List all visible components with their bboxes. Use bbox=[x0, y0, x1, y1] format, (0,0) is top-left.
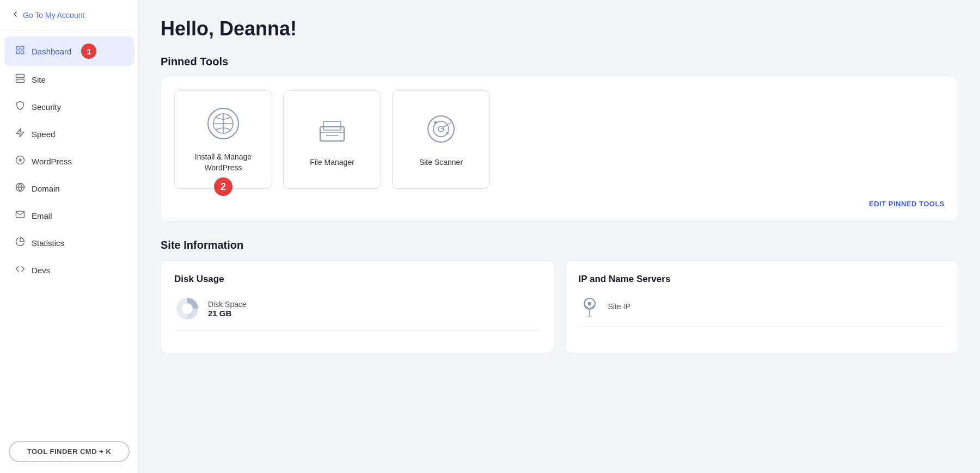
svg-point-25 bbox=[182, 303, 193, 314]
disk-usage-card: Disk Usage Disk Space 21 GB bbox=[161, 260, 554, 353]
sidebar-item-email[interactable]: Email bbox=[4, 202, 134, 229]
nav-list: Dashboard 1 Site Security bbox=[0, 30, 138, 434]
pinned-tools-title: Pinned Tools bbox=[161, 56, 958, 68]
tool-finder-button[interactable]: TOOL FINDER CMD + K bbox=[9, 441, 130, 462]
location-pin-icon bbox=[579, 296, 601, 317]
svg-point-28 bbox=[587, 316, 592, 317]
sidebar-item-label: Dashboard bbox=[32, 47, 71, 56]
tool-card-file-manager[interactable]: File Manager bbox=[283, 90, 381, 189]
disk-space-label: Disk Space bbox=[208, 300, 247, 309]
pinned-badge-2: 2 bbox=[214, 177, 232, 196]
disk-space-info: Disk Space 21 GB bbox=[208, 300, 247, 318]
wordpress-tool-icon bbox=[206, 106, 241, 143]
site-info-grid: Disk Usage Disk Space 21 GB IP and Na bbox=[161, 260, 958, 353]
server-icon bbox=[15, 73, 25, 86]
tool-card-wordpress[interactable]: Install & Manage WordPress 2 bbox=[174, 90, 272, 189]
svg-rect-1 bbox=[21, 46, 24, 49]
sidebar-item-label: Statistics bbox=[32, 238, 64, 248]
site-info-title: Site Information bbox=[161, 239, 958, 251]
zap-icon bbox=[15, 128, 25, 140]
edit-pinned-tools-anchor[interactable]: EDIT PINNED TOOLS bbox=[869, 200, 945, 208]
svg-rect-0 bbox=[16, 46, 19, 49]
divider bbox=[174, 330, 541, 331]
dashboard-badge: 1 bbox=[81, 44, 96, 59]
grid-icon bbox=[15, 45, 25, 58]
arrow-left-icon bbox=[11, 10, 20, 20]
sidebar-item-label: Domain bbox=[32, 184, 60, 193]
shield-icon bbox=[15, 101, 25, 113]
sidebar-item-label: Security bbox=[32, 102, 61, 112]
tool-card-label: Install & Manage WordPress bbox=[188, 152, 259, 173]
main-content: Hello, Deanna! Pinned Tools Install & Ma… bbox=[139, 0, 980, 473]
tool-card-label: File Manager bbox=[310, 157, 354, 168]
site-ip-info: Site IP bbox=[608, 302, 630, 311]
svg-rect-15 bbox=[323, 121, 341, 130]
sidebar-item-site[interactable]: Site bbox=[4, 66, 134, 93]
sidebar-item-label: Email bbox=[32, 211, 52, 220]
sidebar-item-domain[interactable]: Domain bbox=[4, 175, 134, 202]
code-icon bbox=[15, 264, 25, 277]
sidebar-item-label: Speed bbox=[32, 130, 55, 139]
svg-point-27 bbox=[587, 302, 591, 306]
pinned-tools-card: Install & Manage WordPress 2 File Manage… bbox=[161, 77, 958, 222]
svg-point-23 bbox=[446, 132, 449, 134]
globe-icon bbox=[15, 182, 25, 195]
ip-name-servers-card: IP and Name Servers Site IP bbox=[565, 260, 959, 353]
svg-marker-8 bbox=[16, 129, 24, 137]
tool-card-site-scanner[interactable]: Site Scanner bbox=[392, 90, 490, 189]
sidebar-item-label: WordPress bbox=[32, 157, 72, 166]
disk-space-value: 21 GB bbox=[208, 309, 247, 318]
site-ip-label: Site IP bbox=[608, 302, 630, 311]
back-label: Go To My Account bbox=[23, 11, 84, 20]
site-scanner-tool-icon bbox=[424, 112, 458, 149]
disk-pie-chart bbox=[174, 296, 200, 322]
pie-chart-icon bbox=[15, 237, 25, 249]
site-ip-row: Site IP bbox=[579, 296, 945, 317]
sidebar: Go To My Account Dashboard 1 Si bbox=[0, 0, 139, 473]
sidebar-item-label: Site bbox=[32, 75, 46, 84]
edit-pinned-tools-link[interactable]: EDIT PINNED TOOLS bbox=[174, 200, 945, 208]
divider bbox=[579, 326, 945, 327]
mail-icon bbox=[15, 210, 25, 222]
page-title: Hello, Deanna! bbox=[161, 17, 958, 40]
sidebar-item-wordpress[interactable]: WordPress bbox=[4, 148, 134, 175]
ip-name-servers-title: IP and Name Servers bbox=[579, 274, 945, 285]
sidebar-item-statistics[interactable]: Statistics bbox=[4, 230, 134, 256]
sidebar-item-speed[interactable]: Speed bbox=[4, 121, 134, 148]
sidebar-item-label: Devs bbox=[32, 266, 50, 275]
go-to-account-link[interactable]: Go To My Account bbox=[0, 0, 138, 30]
svg-rect-2 bbox=[21, 51, 24, 53]
disk-space-row: Disk Space 21 GB bbox=[174, 296, 541, 322]
wordpress-icon bbox=[15, 155, 25, 168]
tool-card-label: Site Scanner bbox=[419, 157, 463, 168]
file-manager-tool-icon bbox=[315, 112, 350, 149]
pinned-tools-grid: Install & Manage WordPress 2 File Manage… bbox=[174, 90, 945, 189]
svg-rect-3 bbox=[16, 51, 19, 53]
svg-point-22 bbox=[434, 121, 437, 124]
sidebar-item-dashboard[interactable]: Dashboard 1 bbox=[4, 36, 134, 66]
sidebar-item-devs[interactable]: Devs bbox=[4, 257, 134, 284]
disk-usage-title: Disk Usage bbox=[174, 274, 541, 285]
sidebar-item-security[interactable]: Security bbox=[4, 94, 134, 120]
